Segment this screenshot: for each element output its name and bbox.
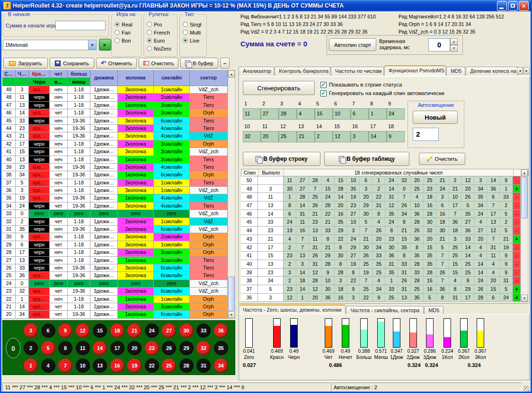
generated-number: 28	[322, 260, 335, 268]
radio-euro[interactable]: Euro	[147, 36, 176, 44]
board-number-26[interactable]: 26	[162, 341, 176, 355]
history-cell: 3колонка	[118, 264, 154, 272]
board-number-17[interactable]: 17	[110, 341, 124, 355]
copy-buffer-button[interactable]: В буфер	[180, 58, 218, 69]
board-number-2[interactable]: 2	[24, 341, 38, 355]
board-number-12[interactable]: 12	[76, 323, 90, 338]
generated-number: 14	[461, 244, 474, 252]
board-number-10[interactable]: 10	[76, 358, 90, 373]
spinner-down-icon[interactable]: ▼	[450, 45, 458, 52]
checkbox-show-status[interactable]: ✓ Показывать в строке статуса	[320, 81, 402, 88]
board-number-32[interactable]: 32	[196, 341, 211, 355]
load-button[interactable]: Загрузить	[3, 58, 48, 69]
clear-button[interactable]: Очистить	[139, 58, 178, 69]
radio-multi[interactable]: Multi	[183, 28, 205, 36]
collapse-button[interactable]: –	[220, 58, 230, 69]
clear-generated-button[interactable]: Очистить	[419, 153, 465, 165]
radio-pro[interactable]: Pro	[147, 20, 176, 28]
board-number-4[interactable]: 4	[41, 358, 55, 373]
generated-fell	[258, 176, 284, 185]
history-cell: черн	[29, 102, 50, 109]
board-number-9[interactable]: 9	[58, 323, 72, 338]
scroll-up-icon[interactable]: ▲	[521, 169, 528, 176]
radio-singl[interactable]: Singl	[183, 20, 205, 28]
resize-grip[interactable]	[523, 386, 530, 392]
board-number-34[interactable]: 34	[214, 358, 228, 373]
radio-live[interactable]: Live	[183, 36, 205, 44]
buffer-row-button[interactable]: В буфер строку	[243, 152, 320, 166]
board-number-15[interactable]: 15	[93, 323, 107, 338]
board-number-31[interactable]: 31	[196, 358, 211, 373]
board-number-33[interactable]: 33	[196, 323, 211, 338]
tab-4[interactable]: Функционал PsevdoMS	[384, 65, 446, 76]
generated-number: 2	[500, 201, 513, 210]
new-button[interactable]: Новый	[413, 111, 458, 124]
radio-french[interactable]: French	[147, 28, 176, 36]
board-number-16[interactable]: 16	[110, 358, 124, 373]
tab-scroll-left-icon[interactable]: ◄	[517, 67, 523, 74]
series-line: Ряд Orph = 1 6 9 14 17 20 31 34	[399, 20, 504, 28]
board-number-1[interactable]: 1	[24, 358, 38, 373]
strategy-combobox[interactable]: 1Melonati ▼	[3, 40, 97, 50]
tab-2[interactable]: Контроль банкролла	[275, 67, 330, 76]
board-number-7[interactable]: 7	[58, 358, 72, 373]
tab-scroll-right-icon[interactable]: ►	[523, 67, 530, 74]
board-number-0[interactable]: 0	[6, 338, 21, 358]
board-number-13[interactable]: 13	[93, 358, 107, 373]
scroll-up-icon[interactable]: ▲	[228, 70, 235, 78]
radio-fan[interactable]: Fan	[115, 28, 140, 36]
autospin-button[interactable]: Автоспин старт	[329, 38, 376, 51]
board-number-3[interactable]: 3	[24, 323, 38, 338]
board-number-14[interactable]: 14	[93, 341, 107, 355]
board-number-19[interactable]: 19	[127, 358, 142, 373]
history-scrollbar-thumb[interactable]	[228, 277, 235, 311]
board-number-35[interactable]: 35	[214, 341, 228, 355]
buffer-table-button[interactable]: В буфер таблицу	[324, 152, 409, 166]
board-number-22[interactable]: 22	[145, 358, 159, 373]
board-number-5[interactable]: 5	[41, 341, 55, 355]
board-number-29[interactable]: 29	[179, 341, 194, 355]
tab-1[interactable]: Частота - Zero, шансы, дюжины, колонки	[239, 305, 346, 315]
radio-nozero[interactable]: NoZero	[147, 44, 176, 52]
checkbox-generate-each-spin[interactable]: ✓ Генерировать на каждый спин автоматиче…	[320, 89, 444, 97]
board-number-6[interactable]: 6	[41, 323, 55, 338]
titlebar[interactable]: 7 HelperRoullet 4.32- create helperroull…	[1, 0, 531, 11]
tab-1[interactable]: Анализатор	[239, 67, 274, 76]
autoshift-input[interactable]: 2	[413, 128, 439, 141]
board-number-11[interactable]: 11	[76, 341, 90, 355]
chevron-down-icon[interactable]: ▼	[88, 40, 96, 50]
close-button[interactable]: ×	[519, 1, 529, 11]
history-scrollbar[interactable]: ▲ ▼	[228, 70, 235, 319]
board-number-30[interactable]: 30	[179, 323, 194, 338]
board-number-20[interactable]: 20	[127, 341, 142, 355]
tab-6[interactable]: Деление колеса на	[466, 67, 518, 76]
board-number-24[interactable]: 24	[145, 323, 159, 338]
radio-bon[interactable]: Bon	[115, 36, 140, 44]
delay-input[interactable]: 0	[428, 38, 450, 52]
save-button[interactable]: Сохранить	[50, 58, 94, 69]
board-number-25[interactable]: 25	[162, 358, 176, 373]
generate-button[interactable]: Сгенерировать	[243, 81, 315, 95]
board-number-28[interactable]: 28	[179, 358, 194, 373]
board-number-18[interactable]: 18	[110, 323, 124, 338]
generated-number: 21	[322, 218, 335, 226]
generated-scrollbar[interactable]: ▲ ▼	[521, 169, 528, 302]
minimize-button[interactable]	[497, 1, 507, 11]
generated-scrollbar-thumb[interactable]	[521, 177, 528, 218]
board-number-21[interactable]: 21	[127, 323, 142, 338]
scroll-down-icon[interactable]: ▼	[521, 295, 528, 302]
board-number-36[interactable]: 36	[214, 323, 228, 338]
scroll-down-icon[interactable]: ▼	[228, 311, 235, 318]
play-button[interactable]: ►	[99, 39, 111, 51]
tab-3[interactable]: Частоты по числам	[331, 67, 384, 76]
restore-button[interactable]	[508, 1, 518, 11]
start-sum-input[interactable]	[55, 21, 106, 30]
spinner-up-icon[interactable]: ▲	[450, 38, 458, 45]
board-number-27[interactable]: 27	[162, 323, 176, 338]
undo-button[interactable]: ↶Отменить	[96, 58, 137, 69]
board-number-8[interactable]: 8	[58, 341, 72, 355]
radio-real[interactable]: Real	[115, 20, 140, 28]
generated-number: 12	[284, 294, 296, 302]
tab-5[interactable]: MD5	[446, 67, 465, 76]
board-number-23[interactable]: 23	[145, 341, 159, 355]
